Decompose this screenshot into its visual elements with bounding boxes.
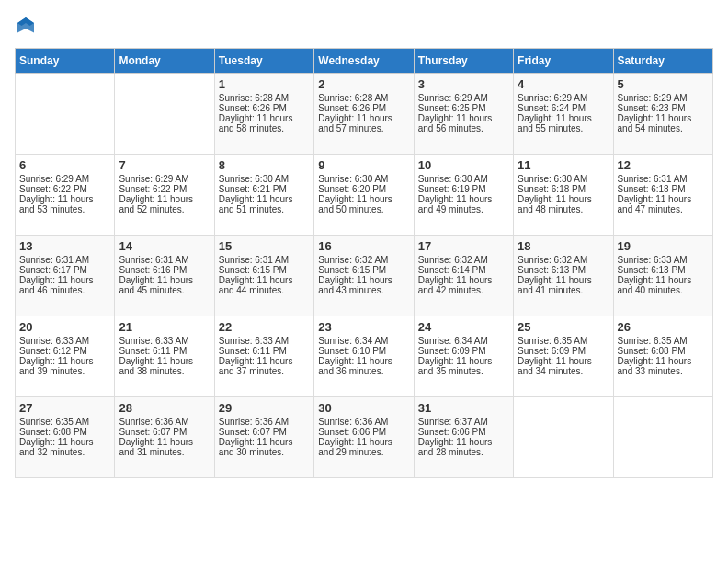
sunrise-text: Sunrise: 6:30 AM bbox=[318, 174, 409, 184]
day-number: 18 bbox=[518, 239, 609, 253]
sunrise-text: Sunrise: 6:30 AM bbox=[418, 174, 509, 184]
day-number: 28 bbox=[119, 401, 210, 415]
sunrise-text: Sunrise: 6:29 AM bbox=[418, 93, 509, 103]
day-number: 2 bbox=[318, 77, 409, 91]
calendar-cell: 30Sunrise: 6:36 AMSunset: 6:06 PMDayligh… bbox=[314, 397, 414, 478]
sunrise-text: Sunrise: 6:31 AM bbox=[119, 255, 210, 265]
sunset-text: Sunset: 6:24 PM bbox=[518, 103, 609, 113]
day-number: 21 bbox=[119, 320, 210, 334]
calendar-cell: 12Sunrise: 6:31 AMSunset: 6:18 PMDayligh… bbox=[613, 155, 712, 236]
daylight-text: Daylight: 11 hours and 37 minutes. bbox=[219, 356, 310, 376]
logo-icon bbox=[15, 15, 37, 37]
calendar-week-1: 1Sunrise: 6:28 AMSunset: 6:26 PMDaylight… bbox=[16, 74, 713, 155]
daylight-text: Daylight: 11 hours and 58 minutes. bbox=[219, 113, 310, 133]
sunset-text: Sunset: 6:17 PM bbox=[19, 265, 110, 275]
sunset-text: Sunset: 6:10 PM bbox=[318, 346, 409, 356]
sunrise-text: Sunrise: 6:31 AM bbox=[19, 255, 110, 265]
sunrise-text: Sunrise: 6:29 AM bbox=[618, 93, 709, 103]
day-number: 19 bbox=[618, 239, 709, 253]
sunrise-text: Sunrise: 6:34 AM bbox=[418, 336, 509, 346]
sunrise-text: Sunrise: 6:30 AM bbox=[518, 174, 609, 184]
daylight-text: Daylight: 11 hours and 46 minutes. bbox=[19, 275, 110, 295]
day-number: 31 bbox=[418, 401, 509, 415]
daylight-text: Daylight: 11 hours and 53 minutes. bbox=[19, 194, 110, 214]
daylight-text: Daylight: 11 hours and 29 minutes. bbox=[318, 437, 409, 457]
calendar-cell: 5Sunrise: 6:29 AMSunset: 6:23 PMDaylight… bbox=[613, 74, 712, 155]
calendar-cell: 24Sunrise: 6:34 AMSunset: 6:09 PMDayligh… bbox=[414, 316, 513, 397]
sunset-text: Sunset: 6:13 PM bbox=[618, 265, 709, 275]
daylight-text: Daylight: 11 hours and 32 minutes. bbox=[19, 437, 110, 457]
daylight-text: Daylight: 11 hours and 43 minutes. bbox=[318, 275, 409, 295]
day-number: 9 bbox=[318, 158, 409, 172]
sunset-text: Sunset: 6:07 PM bbox=[219, 427, 310, 437]
day-number: 14 bbox=[119, 239, 210, 253]
day-number: 13 bbox=[19, 239, 110, 253]
sunrise-text: Sunrise: 6:32 AM bbox=[418, 255, 509, 265]
sunrise-text: Sunrise: 6:37 AM bbox=[418, 417, 509, 427]
daylight-text: Daylight: 11 hours and 54 minutes. bbox=[618, 113, 709, 133]
sunrise-text: Sunrise: 6:34 AM bbox=[318, 336, 409, 346]
sunrise-text: Sunrise: 6:29 AM bbox=[119, 174, 210, 184]
daylight-text: Daylight: 11 hours and 35 minutes. bbox=[418, 356, 509, 376]
sunrise-text: Sunrise: 6:29 AM bbox=[518, 93, 609, 103]
daylight-text: Daylight: 11 hours and 30 minutes. bbox=[219, 437, 310, 457]
daylight-text: Daylight: 11 hours and 28 minutes. bbox=[418, 437, 509, 457]
day-number: 29 bbox=[219, 401, 310, 415]
sunrise-text: Sunrise: 6:32 AM bbox=[318, 255, 409, 265]
daylight-text: Daylight: 11 hours and 52 minutes. bbox=[119, 194, 210, 214]
daylight-text: Daylight: 11 hours and 41 minutes. bbox=[518, 275, 609, 295]
sunset-text: Sunset: 6:23 PM bbox=[618, 103, 709, 113]
calendar-body: 1Sunrise: 6:28 AMSunset: 6:26 PMDaylight… bbox=[16, 74, 713, 478]
header-cell-saturday: Saturday bbox=[613, 49, 712, 74]
calendar-week-3: 13Sunrise: 6:31 AMSunset: 6:17 PMDayligh… bbox=[16, 236, 713, 316]
day-number: 26 bbox=[618, 320, 709, 334]
daylight-text: Daylight: 11 hours and 36 minutes. bbox=[318, 356, 409, 376]
header-cell-wednesday: Wednesday bbox=[314, 49, 414, 74]
calendar-cell: 1Sunrise: 6:28 AMSunset: 6:26 PMDaylight… bbox=[214, 74, 313, 155]
calendar-cell: 2Sunrise: 6:28 AMSunset: 6:26 PMDaylight… bbox=[314, 74, 414, 155]
sunrise-text: Sunrise: 6:35 AM bbox=[518, 336, 609, 346]
sunset-text: Sunset: 6:13 PM bbox=[518, 265, 609, 275]
calendar-week-5: 27Sunrise: 6:35 AMSunset: 6:08 PMDayligh… bbox=[16, 397, 713, 478]
calendar-cell: 17Sunrise: 6:32 AMSunset: 6:14 PMDayligh… bbox=[414, 236, 513, 316]
sunset-text: Sunset: 6:26 PM bbox=[318, 103, 409, 113]
daylight-text: Daylight: 11 hours and 31 minutes. bbox=[119, 437, 210, 457]
sunrise-text: Sunrise: 6:35 AM bbox=[618, 336, 709, 346]
sunset-text: Sunset: 6:21 PM bbox=[219, 184, 310, 194]
daylight-text: Daylight: 11 hours and 42 minutes. bbox=[418, 275, 509, 295]
sunset-text: Sunset: 6:15 PM bbox=[219, 265, 310, 275]
sunrise-text: Sunrise: 6:36 AM bbox=[119, 417, 210, 427]
calendar-cell: 13Sunrise: 6:31 AMSunset: 6:17 PMDayligh… bbox=[16, 236, 115, 316]
calendar-cell: 9Sunrise: 6:30 AMSunset: 6:20 PMDaylight… bbox=[314, 155, 414, 236]
day-number: 15 bbox=[219, 239, 310, 253]
sunrise-text: Sunrise: 6:36 AM bbox=[219, 417, 310, 427]
sunset-text: Sunset: 6:26 PM bbox=[219, 103, 310, 113]
day-number: 27 bbox=[19, 401, 110, 415]
daylight-text: Daylight: 11 hours and 33 minutes. bbox=[618, 356, 709, 376]
sunset-text: Sunset: 6:18 PM bbox=[518, 184, 609, 194]
calendar-week-4: 20Sunrise: 6:33 AMSunset: 6:12 PMDayligh… bbox=[16, 316, 713, 397]
header-cell-friday: Friday bbox=[514, 49, 613, 74]
sunset-text: Sunset: 6:08 PM bbox=[618, 346, 709, 356]
day-number: 6 bbox=[19, 158, 110, 172]
daylight-text: Daylight: 11 hours and 44 minutes. bbox=[219, 275, 310, 295]
sunset-text: Sunset: 6:16 PM bbox=[119, 265, 210, 275]
sunset-text: Sunset: 6:09 PM bbox=[518, 346, 609, 356]
sunrise-text: Sunrise: 6:35 AM bbox=[19, 417, 110, 427]
sunset-text: Sunset: 6:11 PM bbox=[119, 346, 210, 356]
calendar-cell: 25Sunrise: 6:35 AMSunset: 6:09 PMDayligh… bbox=[514, 316, 613, 397]
sunset-text: Sunset: 6:15 PM bbox=[318, 265, 409, 275]
day-number: 4 bbox=[518, 77, 609, 91]
calendar-cell: 21Sunrise: 6:33 AMSunset: 6:11 PMDayligh… bbox=[115, 316, 214, 397]
sunset-text: Sunset: 6:12 PM bbox=[19, 346, 110, 356]
sunset-text: Sunset: 6:22 PM bbox=[19, 184, 110, 194]
day-number: 22 bbox=[219, 320, 310, 334]
calendar-cell: 11Sunrise: 6:30 AMSunset: 6:18 PMDayligh… bbox=[514, 155, 613, 236]
day-number: 8 bbox=[219, 158, 310, 172]
calendar-cell: 31Sunrise: 6:37 AMSunset: 6:06 PMDayligh… bbox=[414, 397, 513, 478]
daylight-text: Daylight: 11 hours and 55 minutes. bbox=[518, 113, 609, 133]
daylight-text: Daylight: 11 hours and 34 minutes. bbox=[518, 356, 609, 376]
day-number: 24 bbox=[418, 320, 509, 334]
calendar-cell: 27Sunrise: 6:35 AMSunset: 6:08 PMDayligh… bbox=[16, 397, 115, 478]
calendar-cell: 10Sunrise: 6:30 AMSunset: 6:19 PMDayligh… bbox=[414, 155, 513, 236]
